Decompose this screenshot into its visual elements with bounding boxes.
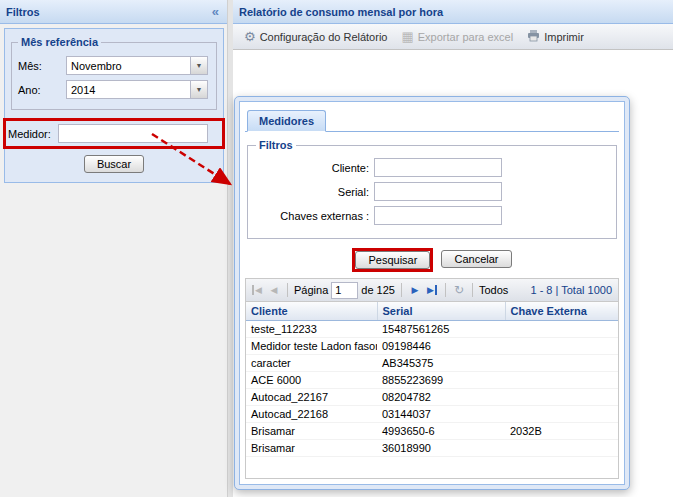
- report-header: Relatório de consumo mensal por hora: [233, 0, 673, 24]
- print-label: Imprimir: [544, 31, 584, 43]
- chevron-down-icon[interactable]: ▼: [190, 81, 207, 98]
- medidores-window: Medidores Filtros Cliente: Serial: Chave…: [234, 96, 630, 490]
- chaves-externas-input[interactable]: [374, 206, 502, 225]
- filters-sidebar: Filtros « Mês referência Mês: ▼ Ano:: [0, 0, 228, 497]
- grid-header-row: ClienteSerialChave Externa: [246, 302, 619, 321]
- table-cell: [505, 338, 619, 355]
- table-cell: [505, 321, 619, 338]
- medidor-label: Medidor:: [8, 128, 58, 140]
- printer-icon: [527, 30, 540, 44]
- month-reference-fieldset: Mês referência Mês: ▼ Ano: ▼: [11, 36, 217, 110]
- page-number-input[interactable]: [331, 282, 358, 299]
- export-excel-label: Exportar para excel: [418, 31, 513, 43]
- month-label: Mês:: [18, 60, 66, 72]
- cliente-label: Cliente:: [256, 162, 374, 174]
- report-toolbar: ⚙ Configuração do Relátorio ▦ Exportar p…: [233, 24, 673, 50]
- page-label: Página: [294, 284, 328, 296]
- year-label: Ano:: [18, 84, 66, 96]
- buscar-button[interactable]: Buscar: [84, 155, 144, 173]
- cancelar-button[interactable]: Cancelar: [441, 250, 511, 268]
- serial-row: Serial:: [256, 182, 608, 201]
- grid-column-header[interactable]: Serial: [377, 302, 505, 321]
- table-row[interactable]: Autocad_2216708204782: [246, 389, 619, 406]
- table-cell: 4993650-6: [377, 423, 505, 440]
- medidor-input[interactable]: [58, 124, 208, 143]
- paging-toolbar: ◀ ◀ Página de 125 ▶ ▶ ↻ Todos 1 - 8 | To…: [245, 278, 619, 302]
- table-cell: Autocad_22168: [246, 406, 377, 423]
- first-page-icon[interactable]: ◀: [250, 283, 264, 297]
- month-row: Mês: ▼: [18, 56, 210, 75]
- annotation-box-pesquisar: Pesquisar: [352, 248, 433, 272]
- buscar-row: Buscar: [11, 155, 217, 173]
- toolbar-separator: [472, 283, 473, 297]
- report-config-label: Configuração do Relátorio: [260, 31, 388, 43]
- chevron-down-icon[interactable]: ▼: [190, 57, 207, 74]
- table-cell: Brisamar: [246, 440, 377, 457]
- table-cell: teste_112233: [246, 321, 377, 338]
- modal-buttons-row: Pesquisar Cancelar: [245, 248, 619, 272]
- todos-label[interactable]: Todos: [479, 284, 508, 296]
- table-row[interactable]: caracterAB345375: [246, 355, 619, 372]
- toolbar-separator: [287, 283, 288, 297]
- serial-input[interactable]: [374, 182, 502, 201]
- grid-column-header[interactable]: Chave Externa: [505, 302, 619, 321]
- page-title: Relatório de consumo mensal por hora: [239, 6, 443, 18]
- year-combobox[interactable]: ▼: [66, 80, 208, 99]
- toolbar-separator: [401, 283, 402, 297]
- table-row[interactable]: Brisamar4993650-62032B: [246, 423, 619, 440]
- table-cell: 08204782: [377, 389, 505, 406]
- table-cell: caracter: [246, 355, 377, 372]
- table-cell: Medidor teste Ladon fasor: [246, 338, 377, 355]
- print-button[interactable]: Imprimir: [521, 27, 590, 47]
- table-row[interactable]: ACE 60008855223699: [246, 372, 619, 389]
- modal-filters-legend: Filtros: [256, 139, 296, 151]
- medidores-table: ClienteSerialChave Externa teste_1122331…: [246, 302, 619, 457]
- table-cell: [505, 406, 619, 423]
- pesquisar-button[interactable]: Pesquisar: [355, 251, 430, 269]
- sidebar-title: Filtros: [6, 6, 40, 18]
- cliente-input[interactable]: [374, 158, 502, 177]
- export-excel-button[interactable]: ▦ Exportar para excel: [395, 27, 519, 46]
- month-combobox[interactable]: ▼: [66, 56, 208, 75]
- collapse-left-icon[interactable]: «: [210, 4, 221, 19]
- table-cell: 15487561265: [377, 321, 505, 338]
- toolbar-separator: [445, 283, 446, 297]
- table-cell: 09198446: [377, 338, 505, 355]
- tab-medidores[interactable]: Medidores: [247, 110, 326, 132]
- table-cell: [505, 372, 619, 389]
- chaves-externas-row: Chaves externas :: [256, 206, 608, 225]
- medidores-window-body: Medidores Filtros Cliente: Serial: Chave…: [239, 101, 625, 485]
- table-cell: [505, 355, 619, 372]
- sidebar-header: Filtros «: [0, 0, 227, 24]
- year-combobox-input[interactable]: [67, 81, 190, 98]
- table-cell: 36018990: [377, 440, 505, 457]
- chaves-externas-label: Chaves externas :: [256, 210, 374, 222]
- grid-column-header[interactable]: Cliente: [246, 302, 377, 321]
- table-cell: [505, 440, 619, 457]
- gear-icon: ⚙: [244, 30, 256, 43]
- table-cell: 03144037: [377, 406, 505, 423]
- serial-label: Serial:: [256, 186, 374, 198]
- table-row[interactable]: Autocad_2216803144037: [246, 406, 619, 423]
- report-config-button[interactable]: ⚙ Configuração do Relátorio: [238, 27, 393, 46]
- next-page-icon[interactable]: ▶: [408, 283, 422, 297]
- table-cell: 2032B: [505, 423, 619, 440]
- sidebar-filter-form: Mês referência Mês: ▼ Ano: ▼: [4, 28, 224, 183]
- cliente-row: Cliente:: [256, 158, 608, 177]
- table-row[interactable]: Brisamar36018990: [246, 440, 619, 457]
- table-cell: [505, 389, 619, 406]
- table-row[interactable]: teste_11223315487561265: [246, 321, 619, 338]
- application-window: Filtros « Mês referência Mês: ▼ Ano:: [0, 0, 673, 497]
- annotation-box-medidor: Medidor:: [3, 118, 225, 149]
- table-cell: Autocad_22167: [246, 389, 377, 406]
- modal-filters-fieldset: Filtros Cliente: Serial: Chaves externas…: [247, 139, 617, 239]
- table-row[interactable]: Medidor teste Ladon fasor09198446: [246, 338, 619, 355]
- table-cell: ACE 6000: [246, 372, 377, 389]
- grid-body: teste_11223315487561265Medidor teste Lad…: [246, 321, 619, 457]
- refresh-icon[interactable]: ↻: [452, 283, 466, 297]
- month-reference-legend: Mês referência: [18, 36, 101, 48]
- last-page-icon[interactable]: ▶: [425, 283, 439, 297]
- excel-icon: ▦: [401, 30, 413, 43]
- month-combobox-input[interactable]: [67, 57, 190, 74]
- previous-page-icon[interactable]: ◀: [267, 283, 281, 297]
